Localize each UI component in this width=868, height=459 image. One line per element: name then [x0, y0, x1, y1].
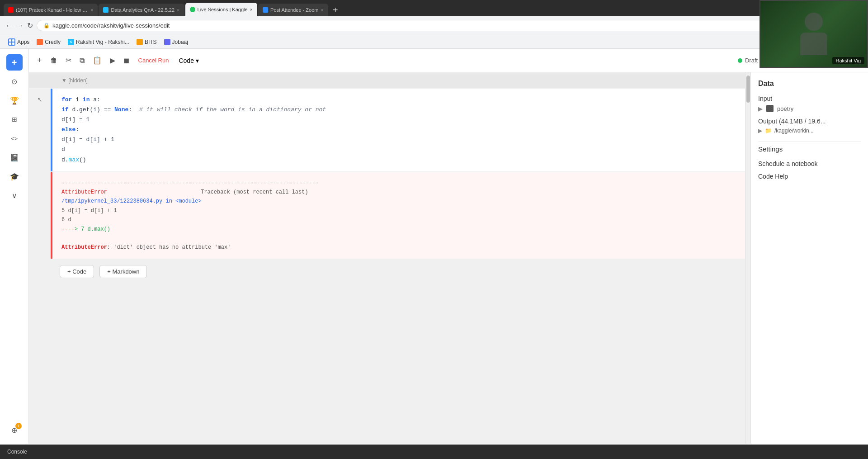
- tab-zoom-label: Post Attendee - Zoom: [270, 7, 318, 13]
- input-poetry-label: poetry: [777, 105, 793, 112]
- scrollbar-thumb[interactable]: [746, 76, 750, 103]
- address-bar[interactable]: 🔒 kaggle.com/code/rakshitvig/live-sessio…: [37, 20, 863, 31]
- sidebar-notebook-button[interactable]: 📓: [6, 149, 23, 166]
- bottom-bar: Console: [0, 445, 868, 459]
- error-message-line: AttributeError: 'dict' object has no att…: [61, 243, 736, 252]
- paste-button[interactable]: 📋: [90, 53, 104, 67]
- tab-kaggle-live-close[interactable]: ×: [250, 7, 253, 12]
- back-button[interactable]: ←: [5, 22, 13, 30]
- bits-icon: [137, 39, 143, 45]
- cut-button[interactable]: ✂: [63, 53, 74, 67]
- error-message: AttributeError: [61, 244, 107, 251]
- code-line-7: d.max(): [61, 155, 736, 165]
- left-sidebar: + ⊙ 🏆 ⊞ <> 📓 🎓 ∨ ⊕ 1: [0, 49, 29, 444]
- poetry-icon: [766, 105, 774, 112]
- reload-button[interactable]: ↻: [27, 21, 33, 30]
- tab-kaggle-qa-label: Data Analytics QnA - 22.5.22: [111, 7, 175, 13]
- code-help-label[interactable]: Code Help: [758, 173, 861, 180]
- right-panel: Data Input ▶ poetry Output (44.1MB / 19.…: [750, 72, 868, 444]
- error-type-line: AttributeError Traceback (most recent ca…: [61, 188, 736, 197]
- jobaaj-icon: [164, 39, 170, 45]
- sidebar-education-button[interactable]: 🎓: [6, 168, 23, 185]
- cell-gutter[interactable]: ↖: [29, 89, 51, 171]
- tab-kaggle-qa[interactable]: Data Analytics QnA - 22.5.22 ×: [99, 4, 184, 16]
- notebook-toolbar: + 🗑 ✂ ⧉ 📋 ▶ ◼ Cancel Run Code ▾ Draft Se…: [29, 49, 868, 72]
- input-arrow[interactable]: ▶: [758, 105, 763, 112]
- bookmark-rakshit[interactable]: K Rakshit Vig - Rakshi...: [65, 38, 132, 46]
- bookmark-bits-label: BITS: [145, 39, 157, 45]
- notebook-scrollbar[interactable]: [745, 72, 750, 444]
- tab-kaggle-live-label: Live Sessions | Kaggle: [198, 7, 248, 12]
- bookmark-credly-label: Credly: [45, 39, 61, 45]
- error-blank: [61, 234, 736, 243]
- tab-zoom[interactable]: Post Attendee - Zoom ×: [258, 4, 328, 16]
- tab-youtube-label: (107) Prateek Kuhad - Hollow (C...: [16, 7, 88, 13]
- input-label: Input: [758, 95, 861, 102]
- bookmark-apps-label: Apps: [17, 39, 29, 45]
- output-arrow[interactable]: ▶: [758, 128, 762, 134]
- data-section: Data: [758, 80, 861, 88]
- copy-button[interactable]: ⧉: [77, 54, 87, 67]
- tab-kaggle-qa-close[interactable]: ×: [177, 7, 179, 13]
- code-cell-content[interactable]: for i in a: if d.get(i) == None: # it wi…: [52, 89, 745, 171]
- error-message-rest: : 'dict' object has no attribute 'max': [107, 244, 231, 251]
- code-type-dropdown[interactable]: Code ▾: [175, 55, 202, 66]
- output-section: Output (44.1MB / 19.6... ▶ 📁 /kaggle/wor…: [758, 118, 861, 134]
- error-line6: 6 d: [61, 215, 736, 224]
- video-feed: Rakshit Vig: [760, 1, 867, 67]
- stop-button[interactable]: ◼: [121, 53, 132, 67]
- video-overlay: Rakshit Vig: [760, 0, 868, 68]
- forward-button[interactable]: →: [16, 22, 24, 30]
- error-dashes: ----------------------------------------…: [61, 179, 736, 188]
- tab-youtube[interactable]: (107) Prateek Kuhad - Hollow (C... ×: [4, 4, 98, 16]
- schedule-label[interactable]: Schedule a notebook: [758, 160, 861, 167]
- sidebar-add-button[interactable]: +: [6, 54, 23, 71]
- error-line7: ----> 7 d.max(): [61, 225, 736, 234]
- input-item: ▶ poetry: [758, 105, 861, 112]
- settings-label[interactable]: Settings: [758, 145, 861, 153]
- tab-zoom-close[interactable]: ×: [321, 7, 323, 13]
- video-name-badge: Rakshit Vig: [832, 57, 864, 64]
- credly-icon: [37, 39, 43, 45]
- bookmark-jobaaj[interactable]: Jobaaj: [161, 38, 191, 46]
- output-path: ▶ 📁 /kaggle/workin...: [758, 128, 861, 134]
- code-line-1: for i in a:: [61, 95, 736, 105]
- delete-button[interactable]: 🗑: [47, 54, 60, 67]
- run-button[interactable]: ▶: [107, 53, 118, 67]
- sidebar-chevron-button[interactable]: ∨: [6, 187, 23, 203]
- add-markdown-button[interactable]: + Markdown: [99, 265, 147, 278]
- sidebar-trophy-button[interactable]: 🏆: [6, 92, 23, 109]
- data-title: Data: [758, 80, 861, 88]
- bookmark-credly[interactable]: Credly: [34, 38, 63, 46]
- bookmark-bits[interactable]: BITS: [134, 38, 160, 46]
- status-dot: [738, 58, 742, 63]
- error-traceback-label: Traceback (most recent call last): [201, 189, 308, 195]
- error-type: AttributeError: [61, 189, 107, 195]
- cancel-run-button[interactable]: Cancel Run: [135, 55, 173, 66]
- bookmark-apps[interactable]: Apps: [5, 38, 32, 47]
- error-file-line: /tmp/ipykernel_33/1222380634.py in <modu…: [61, 197, 736, 206]
- sidebar-layers-button[interactable]: ⊕ 1: [6, 422, 23, 438]
- error-cell: ----------------------------------------…: [29, 172, 745, 259]
- sidebar-table-button[interactable]: ⊞: [6, 111, 23, 128]
- tab-kaggle-live[interactable]: Live Sessions | Kaggle ×: [185, 3, 258, 16]
- bookmark-rakshit-label: Rakshit Vig - Rakshi...: [76, 39, 129, 45]
- add-cell-button[interactable]: +: [34, 53, 45, 68]
- code-line-6: d: [61, 145, 736, 155]
- zoom-favicon: [263, 7, 268, 13]
- youtube-favicon: [8, 7, 14, 13]
- output-label: Output (44.1MB / 19.6...: [758, 118, 861, 125]
- code-cell: ↖ for i in a: if d.get(i) == None: # it …: [29, 89, 745, 171]
- sidebar-code-button[interactable]: <>: [6, 130, 23, 147]
- tab-youtube-close[interactable]: ×: [90, 7, 93, 13]
- hidden-cell[interactable]: ▼ [hidden]: [29, 73, 745, 88]
- notebook-area[interactable]: ▼ [hidden] ↖ for i in a: if d.get(i) == …: [29, 72, 745, 444]
- sidebar-search-button[interactable]: ⊙: [6, 73, 23, 90]
- folder-icon: 📁: [765, 128, 772, 134]
- code-line-2: if d.get(i) == None: # it will check if …: [61, 105, 736, 115]
- cursor-icon: ↖: [37, 96, 42, 103]
- add-code-button[interactable]: + Code: [60, 265, 94, 278]
- url-text: kaggle.com/code/rakshitvig/live-sessions…: [52, 22, 170, 29]
- error-cell-gutter: [29, 172, 51, 259]
- new-tab-button[interactable]: +: [329, 4, 342, 16]
